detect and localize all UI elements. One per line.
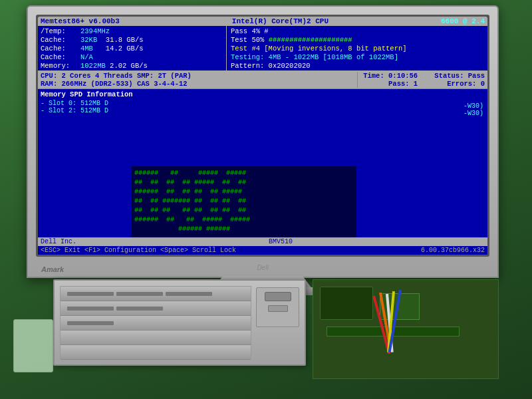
cache1-row: Cache: 32KB 31.8 GB/s <box>41 36 223 44</box>
version-info: 6.00.37cb966.x32 <box>421 247 485 254</box>
slot0-w30: -W30) <box>464 102 483 110</box>
hash-row-5: ## ## ## ## ## ## ## ## <box>134 206 354 215</box>
cache2-val2: 14.2 GB/s <box>93 45 144 53</box>
cache3-val1: N/A <box>80 53 93 61</box>
spd-slot0: - Slot 0: 512MB D - Slot 2: 512MB D <box>41 100 108 114</box>
hash-row-2: ## ## ## ## ##### ## ## <box>134 178 354 188</box>
cpu-cores-info: CPU: 2 Cores 4 Threads SMP: 2T (PAR) <box>41 72 192 80</box>
cache2-label: Cache: <box>41 45 80 53</box>
environment: Amark Memtest86+ v6.00b3 Intel(R) Core(T… <box>0 0 532 399</box>
cache3-label: Cache: <box>41 53 80 61</box>
monitor-casing: Amark Memtest86+ v6.00b3 Intel(R) Core(T… <box>27 5 499 278</box>
time-info: Time: 0:10:56 Status: Pass <box>363 72 485 80</box>
pattern-value: Pattern: 0x20202020 <box>231 62 311 70</box>
pass-label: Pass: <box>388 80 414 88</box>
pass-errors-info: Pass: 1 Errors: 0 <box>388 80 485 88</box>
monitor-brand-label: Amark <box>41 265 64 273</box>
hash-row-4: ## ## ####### ## ## ## ## <box>134 197 354 206</box>
testing-range: Testing: 4MB - 1022MB [1018MB of 1022MB] <box>231 53 398 61</box>
spd-title: Memory SPD Information <box>41 90 485 98</box>
cpu-info: Intel(R) Core(TM)2 CPU <box>232 17 329 25</box>
model-info: BMV510 <box>269 238 293 245</box>
hash-row-7: ###### ###### <box>134 225 354 234</box>
test-name-row: Test #4 [Moving inversions, 8 bit patter… <box>231 45 483 53</box>
slot2-label: - Slot 2: 512MB D <box>41 107 108 114</box>
dell-brand: Dell <box>257 264 268 271</box>
hash-display-area: ###### ## ##### ##### ## ## ## ## ##### … <box>131 166 357 245</box>
cache2-row: Cache: 4MB 14.2 GB/s <box>41 45 223 53</box>
expansion-card <box>320 287 373 320</box>
monitor-screen: Memtest86+ v6.00b3 Intel(R) Core(TM)2 CP… <box>38 17 487 255</box>
memory-val1: 1022MB <box>80 62 106 70</box>
motherboard-area <box>313 279 499 379</box>
cache1-label: Cache: <box>41 36 80 44</box>
memory-val2: 2.02 GB/s <box>106 62 148 70</box>
keyboard-shortcuts: <ESC> Exit <F1> Configuration <Space> Sc… <box>41 247 236 254</box>
errors-label: Errors: <box>447 80 480 88</box>
drive-bay-3 <box>61 316 251 331</box>
paper-item <box>13 319 53 372</box>
time-label: Time: <box>363 72 388 80</box>
hash-row-6: ###### ## ## ##### ##### <box>134 215 354 225</box>
drive-bay-5 <box>61 345 251 360</box>
bay-slot-3 <box>166 292 212 296</box>
status-value: Pass <box>468 72 485 80</box>
cpu-speed: 6600 @ 2.4 <box>441 17 485 25</box>
hash-row-1: ###### ## ##### ##### <box>134 169 354 178</box>
time-value: 0:10:56 <box>388 72 418 80</box>
testing-range-row: Testing: 4MB - 1022MB [1018MB of 1022MB] <box>231 53 483 61</box>
pass-number: 1 <box>414 80 418 88</box>
slot-w30-labels: -W30) -W30) <box>464 102 483 117</box>
computer-tower <box>53 279 306 366</box>
pass-pct: Pass 4% # <box>231 27 269 35</box>
cache1-val1: 32KB <box>80 36 97 44</box>
spd-section: Memory SPD Information - Slot 0: 512MB D… <box>38 89 487 116</box>
memory-row: Memory: 1022MB 2.02 GB/s <box>41 62 223 70</box>
bay-slot-4 <box>67 307 114 311</box>
status-label: Status: <box>434 72 467 80</box>
pattern-row: Pattern: 0x20202020 <box>231 62 483 70</box>
slot2-w30: -W30) <box>464 110 483 117</box>
cache2-val1: 4MB <box>80 45 93 53</box>
bay-slot-2 <box>116 292 163 296</box>
dell-info: Dell Inc. <box>41 238 76 245</box>
monitor-bezel: Memtest86+ v6.00b3 Intel(R) Core(TM)2 CP… <box>36 15 489 257</box>
screen-header: Memtest86+ v6.00b3 Intel(R) Core(TM)2 CP… <box>38 17 487 26</box>
test-pct-label: Test 50% <box>231 36 269 44</box>
right-panel: Pass 4% # Test 50% #################### … <box>227 26 487 70</box>
hash-row-3: ###### ## ## ## ## ##### <box>134 188 354 197</box>
drive-bay-1 <box>61 287 251 301</box>
temp-row: /Temp: 2394MHz <box>41 27 223 35</box>
cache3-row: Cache: N/A <box>41 53 223 61</box>
bay-slot-6 <box>67 321 114 325</box>
front-panel-buttons <box>256 287 299 327</box>
drive-bay-2 <box>61 301 251 316</box>
errors-value: 0 <box>481 80 485 88</box>
test-name: Test #4 [Moving inversions, 8 bit patter… <box>231 45 407 53</box>
screen-bottom-bar: Dell Inc. BMV510 <ESC> Exit <F1> Configu… <box>38 237 487 255</box>
bottom-row2: <ESC> Exit <F1> Configuration <Space> Sc… <box>38 246 487 255</box>
pass-pct-row: Pass 4% # <box>231 27 483 35</box>
slot0-label: - Slot 0: 512MB D <box>41 100 108 107</box>
test-pct-row: Test 50% #################### <box>231 36 483 44</box>
bay-slot-1 <box>67 292 114 296</box>
temp-label: /Temp: <box>41 27 80 35</box>
cache1-val2: 31.8 GB/s <box>97 36 143 44</box>
bottom-row1: Dell Inc. BMV510 <box>38 237 487 246</box>
drive-bay-4 <box>61 331 251 345</box>
test-pct-hashes: #################### <box>269 36 352 44</box>
ram-info: RAM: 266MHz (DDR2-533) CAS 3-4-4-12 <box>41 80 192 88</box>
spd-slots: - Slot 0: 512MB D - Slot 2: 512MB D <box>41 100 485 114</box>
memory-label: Memory: <box>41 62 80 70</box>
left-panel: /Temp: 2394MHz Cache: 32KB 31.8 GB/s Cac… <box>38 26 227 70</box>
memtest-title: Memtest86+ v6.00b3 <box>41 17 120 25</box>
reset-button[interactable] <box>268 305 288 312</box>
power-button[interactable] <box>265 292 291 301</box>
computer-box-inner <box>60 286 251 359</box>
temp-value: 2394MHz <box>80 27 110 35</box>
bay-slot-5 <box>116 307 163 311</box>
